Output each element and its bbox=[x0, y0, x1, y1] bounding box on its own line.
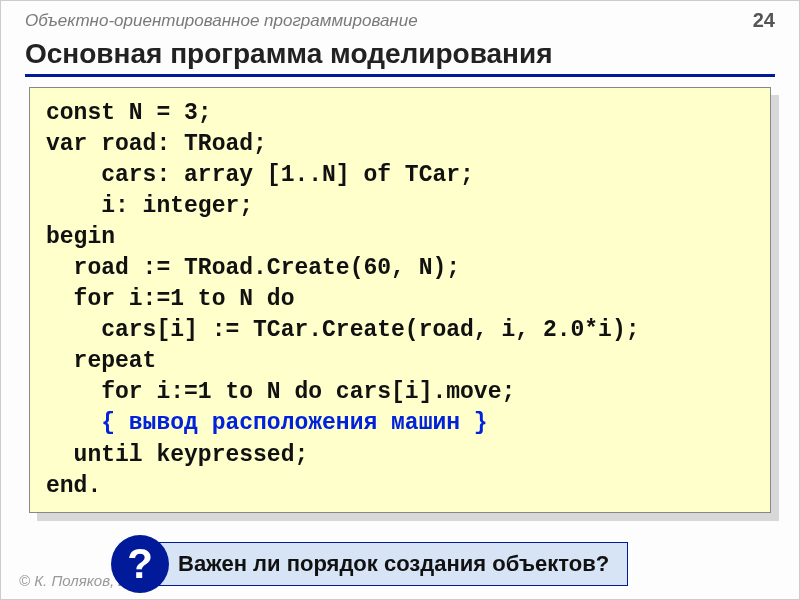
code-line: until keypressed; bbox=[46, 442, 308, 468]
code-block: const N = 3; var road: TRoad; cars: arra… bbox=[29, 87, 771, 513]
code-line: i: integer; bbox=[46, 193, 253, 219]
code-line: for i:=1 to N do cars[i].move; bbox=[46, 379, 515, 405]
question-icon: ? bbox=[111, 535, 169, 593]
slide-title: Основная программа моделирования bbox=[25, 38, 775, 77]
code-line: repeat bbox=[46, 348, 156, 374]
code-line: for i:=1 to N do bbox=[46, 286, 294, 312]
code-line: var road: TRoad; bbox=[46, 131, 267, 157]
code-line: cars: array [1..N] of TCar; bbox=[46, 162, 474, 188]
subject-label: Объектно-ориентированное программировани… bbox=[25, 11, 418, 31]
code-line: road := TRoad.Create(60, N); bbox=[46, 255, 460, 281]
code-block-wrap: const N = 3; var road: TRoad; cars: arra… bbox=[29, 87, 771, 513]
code-line: cars[i] := TCar.Create(road, i, 2.0*i); bbox=[46, 317, 640, 343]
question-text: Важен ли порядок создания объектов? bbox=[141, 542, 628, 586]
question-callout: ? Важен ли порядок создания объектов? bbox=[111, 535, 775, 593]
code-line: end. bbox=[46, 473, 101, 499]
code-comment: { вывод расположения машин } bbox=[46, 410, 488, 436]
code-line: const N = 3; bbox=[46, 100, 212, 126]
page-number: 24 bbox=[753, 9, 775, 32]
code-line: begin bbox=[46, 224, 115, 250]
